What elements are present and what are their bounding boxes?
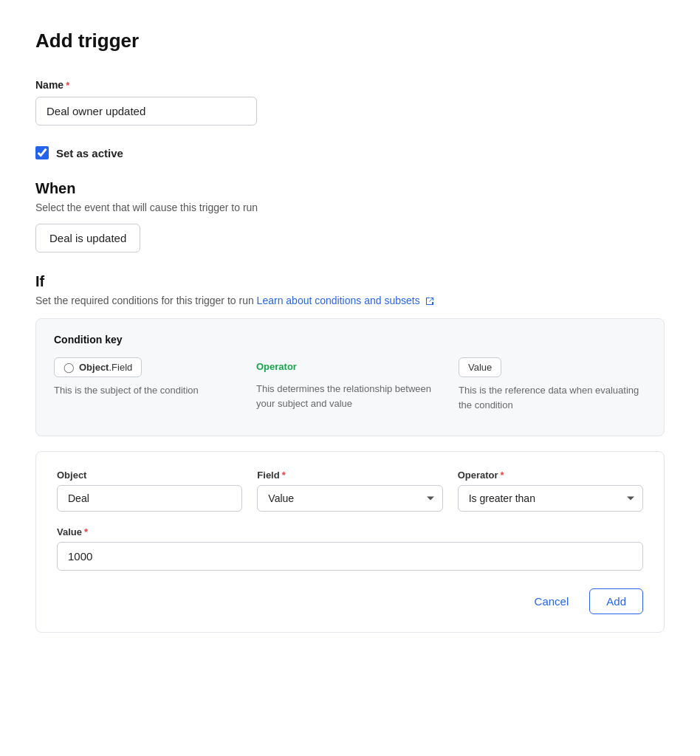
when-description: Select the event that will cause this tr… [35, 202, 665, 213]
name-section: Name * [35, 79, 665, 126]
operator-select-wrapper: Is greater than Is less than Is equal to… [458, 485, 643, 512]
event-button[interactable]: Deal is updated [35, 224, 140, 252]
field-select[interactable]: Value Stage Owner Created at [257, 485, 442, 512]
person-icon: ◯ [64, 362, 75, 373]
object-field-text: Object.Field [79, 362, 132, 373]
learn-link[interactable]: Learn about conditions and subsets [257, 295, 434, 306]
operator-group: Operator * Is greater than Is less than … [458, 470, 643, 512]
name-label: Name * [35, 79, 665, 91]
if-description: Set the required conditions for this tri… [35, 295, 665, 306]
cancel-button[interactable]: Cancel [523, 589, 581, 614]
object-field-desc: This is the subject of the condition [54, 383, 241, 398]
when-heading: When [35, 180, 665, 197]
object-field-badge: ◯ Object.Field [54, 357, 142, 377]
form-actions: Cancel Add [57, 588, 643, 614]
name-input[interactable] [35, 97, 257, 126]
active-checkbox[interactable] [35, 146, 49, 159]
active-checkbox-label[interactable]: Set as active [56, 147, 123, 159]
active-checkbox-row: Set as active [35, 146, 665, 159]
add-button[interactable]: Add [589, 588, 643, 614]
operator-required-star: * [501, 470, 504, 481]
object-label: Object [57, 470, 242, 481]
when-section: When Select the event that will cause th… [35, 180, 665, 252]
value-required-star: * [84, 526, 88, 537]
operator-badge: Operator [256, 357, 306, 376]
operator-select[interactable]: Is greater than Is less than Is equal to… [458, 485, 643, 512]
condition-key-object-field: ◯ Object.Field This is the subject of th… [54, 357, 241, 412]
object-group: Object [57, 470, 242, 512]
field-group: Field * Value Stage Owner Created at [257, 470, 442, 512]
value-input[interactable] [57, 542, 643, 571]
value-desc: This is the reference data when evaluati… [459, 383, 646, 412]
add-condition-grid: Object Field * Value Stage Owner Created… [57, 470, 643, 512]
field-label: Field * [257, 470, 442, 481]
condition-key-operator: Operator This determines the relationshi… [256, 357, 444, 412]
condition-key-value: Value This is the reference data when ev… [459, 357, 646, 412]
add-condition-card: Object Field * Value Stage Owner Created… [35, 451, 665, 633]
object-input[interactable] [57, 485, 242, 512]
operator-label: Operator * [458, 470, 643, 481]
value-badge: Value [459, 357, 501, 377]
condition-key-card: Condition key ◯ Object.Field This is the… [35, 318, 665, 436]
operator-desc: This determines the relationship between… [256, 382, 444, 410]
value-label: Value * [57, 526, 643, 537]
value-section: Value * [57, 526, 643, 571]
name-required-star: * [66, 80, 69, 91]
field-required-star: * [282, 470, 286, 481]
if-section: If Set the required conditions for this … [35, 273, 665, 633]
field-select-wrapper: Value Stage Owner Created at [257, 485, 442, 512]
condition-key-columns: ◯ Object.Field This is the subject of th… [54, 357, 646, 412]
page-title: Add trigger [35, 30, 665, 52]
condition-key-title: Condition key [54, 334, 646, 346]
if-heading: If [35, 273, 665, 290]
external-link-icon [425, 297, 434, 306]
